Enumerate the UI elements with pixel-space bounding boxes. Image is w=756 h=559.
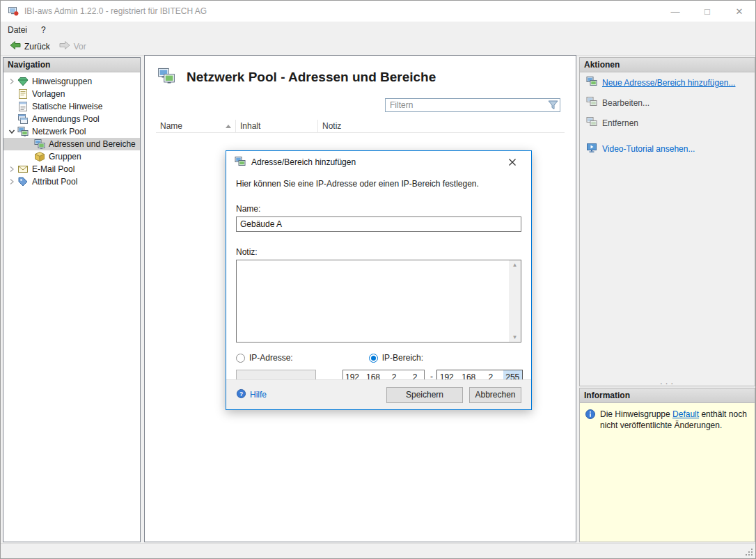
tree-item-label: Netzwerk Pool <box>32 127 86 136</box>
remove-icon <box>586 116 597 129</box>
chevron-right-icon[interactable] <box>6 178 17 185</box>
actions-panel-header: Aktionen <box>580 58 755 72</box>
tree-item-label: Adressen und Bereiche <box>49 139 136 149</box>
tree-item-vorlagen[interactable]: Vorlagen <box>3 88 140 100</box>
tree-item-adressen-und-bereiche[interactable]: Adressen und Bereiche <box>3 138 140 150</box>
minimize-button[interactable]: — <box>659 1 691 22</box>
action-remove[interactable]: Entfernen <box>580 113 755 133</box>
scroll-down-icon[interactable]: ▼ <box>512 333 518 342</box>
action-label: Neue Adresse/Bereich hinzufügen... <box>602 78 735 88</box>
dialog-body: Hier können Sie eine IP-Adresse oder ein… <box>226 179 531 385</box>
default-link[interactable]: Default <box>672 409 699 419</box>
menu-help[interactable]: ? <box>34 22 53 38</box>
info-icon <box>585 409 596 431</box>
note-input[interactable]: ▲ ▼ <box>236 260 521 343</box>
chevron-down-icon[interactable] <box>6 128 17 135</box>
action-edit[interactable]: Bearbeiten... <box>580 93 755 113</box>
main-header: Netzwerk Pool - Adressen und Bereiche <box>145 56 576 93</box>
tree-item-email-pool[interactable]: E-Mail Pool <box>3 163 140 175</box>
dialog-footer: ? Hilfe Speichern Abbrechen <box>226 379 531 409</box>
help-area[interactable]: ? Hilfe <box>236 388 267 401</box>
tree-item-attribut-pool[interactable]: Attribut Pool <box>3 175 140 188</box>
chevron-right-icon[interactable] <box>6 166 17 173</box>
tree-item-statische-hinweise[interactable]: Statische Hinweise <box>3 100 140 113</box>
edit-icon <box>586 96 597 109</box>
column-label: Name <box>160 121 182 131</box>
tree-item-label: Attribut Pool <box>32 177 77 187</box>
menu-datei[interactable]: Datei <box>1 22 34 38</box>
information-message: Die Hinweisgruppe Default enthält noch n… <box>600 409 750 431</box>
network-pool-icon <box>17 126 29 137</box>
add-address-dialog: Adresse/Bereich hinzufügen Hier können S… <box>226 150 532 410</box>
navigation-panel: Navigation Hinweisgruppen Vorlagen Stati… <box>3 57 141 542</box>
back-button-label: Zurück <box>24 42 50 52</box>
chevron-right-icon[interactable] <box>6 78 17 85</box>
dialog-close-button[interactable] <box>502 151 523 173</box>
tree-item-netzwerk-pool[interactable]: Netzwerk Pool <box>3 125 140 138</box>
actions-panel: Aktionen Neue Adresse/Bereich hinzufügen… <box>579 57 755 386</box>
help-link[interactable]: Hilfe <box>250 390 267 400</box>
close-button[interactable]: ✕ <box>723 1 755 22</box>
email-pool-icon <box>17 164 29 175</box>
filter-funnel-icon[interactable] <box>546 100 560 110</box>
note-label: Notiz: <box>236 247 521 257</box>
ip-range-radio[interactable] <box>369 354 378 363</box>
information-body: Die Hinweisgruppe Default enthält noch n… <box>580 403 755 436</box>
cancel-button[interactable]: Abbrechen <box>469 387 521 403</box>
window-controls: — □ ✕ <box>659 1 755 22</box>
tree-item-anwendungs-pool[interactable]: Anwendungs Pool <box>3 113 140 125</box>
ip-address-radio[interactable] <box>236 354 245 363</box>
filter-input[interactable] <box>386 99 546 111</box>
app-icon <box>8 6 19 17</box>
forward-button-label: Vor <box>74 42 86 52</box>
add-address-icon <box>586 76 597 89</box>
save-button[interactable]: Speichern <box>386 387 463 403</box>
static-hints-icon <box>17 101 29 112</box>
tree-item-label: Vorlagen <box>32 89 65 99</box>
toolbar: Zurück Vor <box>1 38 755 56</box>
panel-splitter[interactable] <box>579 380 755 387</box>
maximize-button[interactable]: □ <box>691 1 723 22</box>
dialog-title: Adresse/Bereich hinzufügen <box>251 157 356 167</box>
table-header: Name Inhalt Notiz <box>156 120 565 133</box>
titlebar: IBI-aws Admin 1.22.0 - registriert für I… <box>1 1 755 22</box>
action-label: Video-Tutorial ansehen... <box>602 144 695 154</box>
templates-icon <box>17 88 29 100</box>
ip-mode-radio-group: IP-Adresse: IP-Bereich: <box>236 352 521 363</box>
information-panel-header: Information <box>580 388 755 403</box>
column-header-name[interactable]: Name <box>156 120 236 132</box>
tree-item-label: Hinweisgruppen <box>32 77 92 86</box>
back-button[interactable]: Zurück <box>5 38 54 54</box>
filter-box <box>385 98 560 112</box>
action-label: Bearbeiten... <box>602 98 649 108</box>
svg-text:?: ? <box>239 391 243 397</box>
action-video-tutorial[interactable]: Video-Tutorial ansehen... <box>580 139 755 159</box>
app-window: IBI-aws Admin 1.22.0 - registriert für I… <box>0 0 756 559</box>
note-scrollbar[interactable]: ▲ ▼ <box>509 260 521 342</box>
sort-ascending-icon <box>226 125 231 128</box>
forward-arrow-icon <box>58 40 71 53</box>
column-header-inhalt[interactable]: Inhalt <box>236 120 318 132</box>
resize-grip[interactable] <box>744 547 753 556</box>
scroll-up-icon[interactable]: ▲ <box>512 260 518 269</box>
forward-button[interactable]: Vor <box>54 38 90 54</box>
ip-range-radio-label[interactable]: IP-Bereich: <box>382 353 423 363</box>
column-header-notiz[interactable]: Notiz <box>318 120 565 132</box>
information-panel: Information Die Hinweisgruppe Default en… <box>579 388 755 542</box>
column-label: Notiz <box>322 121 341 131</box>
network-pool-page-icon <box>156 67 177 87</box>
hint-groups-icon <box>17 76 29 87</box>
tree-item-gruppen[interactable]: Gruppen <box>3 150 140 163</box>
action-add-address[interactable]: Neue Adresse/Bereich hinzufügen... <box>580 72 755 93</box>
attribute-pool-icon <box>17 176 29 187</box>
window-title: IBI-aws Admin 1.22.0 - registriert für I… <box>24 6 207 16</box>
name-label: Name: <box>236 204 521 214</box>
tree-item-label: Anwendungs Pool <box>32 114 100 124</box>
add-address-dialog-icon <box>235 156 246 169</box>
name-input[interactable] <box>236 216 521 232</box>
tree-item-label: Statische Hinweise <box>32 102 102 111</box>
ip-address-radio-label[interactable]: IP-Adresse: <box>249 353 293 363</box>
video-tutorial-icon <box>586 142 597 155</box>
tree-item-hinweisgruppen[interactable]: Hinweisgruppen <box>3 75 140 88</box>
addresses-icon <box>34 139 45 150</box>
